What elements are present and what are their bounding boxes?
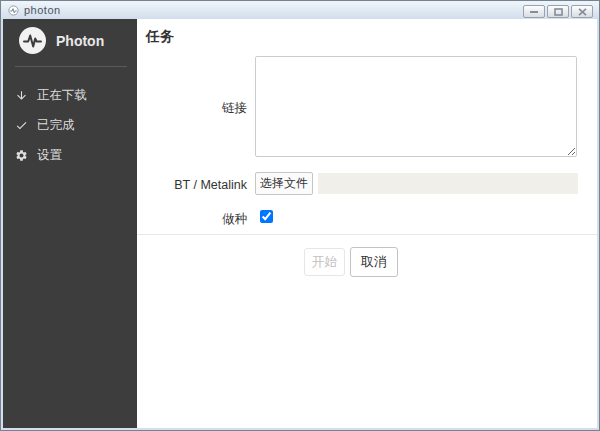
- logo-row: Photon: [19, 27, 104, 54]
- main-content: 任务 链接 BT / Metalink 选择文件 做种 开始 取消: [137, 19, 597, 428]
- sidebar-item-label: 已完成: [37, 117, 75, 134]
- link-input[interactable]: [255, 56, 577, 157]
- app-name: Photon: [56, 33, 104, 49]
- window-title: photon: [24, 4, 61, 16]
- start-button[interactable]: 开始: [304, 248, 345, 276]
- sidebar-divider: [15, 66, 127, 67]
- seed-checkbox[interactable]: [260, 210, 273, 223]
- gear-icon: [15, 149, 28, 162]
- close-icon: [578, 8, 587, 16]
- seed-label: 做种: [137, 211, 247, 228]
- section-divider: [137, 234, 597, 235]
- cancel-button[interactable]: 取消: [350, 247, 398, 277]
- window-app-icon: [8, 5, 19, 16]
- maximize-icon: [554, 8, 563, 16]
- sidebar-item-settings[interactable]: 设置: [3, 140, 137, 170]
- app-window: photon Photon: [0, 0, 600, 431]
- bt-metalink-label: BT / Metalink: [137, 178, 247, 192]
- sidebar-item-downloading[interactable]: 正在下载: [3, 80, 137, 110]
- client-area: Photon 正在下载 已完成: [3, 19, 597, 428]
- close-button[interactable]: [571, 5, 593, 18]
- sidebar-item-label: 设置: [37, 147, 62, 164]
- choose-file-button[interactable]: 选择文件: [255, 172, 313, 195]
- sidebar-item-completed[interactable]: 已完成: [3, 110, 137, 140]
- link-label: 链接: [137, 100, 247, 117]
- photon-logo-icon: [19, 27, 46, 54]
- titlebar[interactable]: photon: [1, 1, 599, 19]
- maximize-button[interactable]: [547, 5, 569, 18]
- check-icon: [15, 119, 28, 132]
- page-title: 任务: [146, 28, 174, 46]
- minimize-icon: [529, 8, 539, 15]
- sidebar-item-label: 正在下载: [37, 87, 87, 104]
- sidebar-nav: 正在下载 已完成 设置: [3, 80, 137, 170]
- selected-file-field[interactable]: [318, 173, 578, 194]
- download-arrow-icon: [15, 89, 28, 102]
- sidebar: Photon 正在下载 已完成: [3, 19, 137, 428]
- window-controls: [523, 5, 593, 18]
- minimize-button[interactable]: [523, 5, 545, 18]
